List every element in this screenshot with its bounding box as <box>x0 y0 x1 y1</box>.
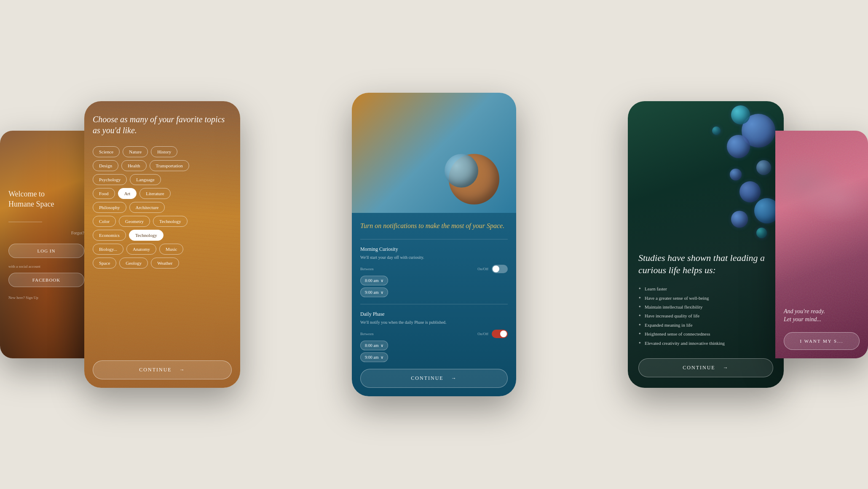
daily-toggle[interactable] <box>492 330 508 338</box>
login-button[interactable]: LOG IN <box>8 244 84 258</box>
topics-row-5: Philosophy Architecture <box>93 202 232 213</box>
benefit-4: Have increased quality of life <box>638 312 773 320</box>
benefit-6: Heightened sense of connectedness <box>638 330 773 339</box>
topic-economics[interactable]: Economics <box>93 230 126 241</box>
chevron-down-icon-2: ∨ <box>380 290 383 295</box>
topic-technology-1[interactable]: Technology <box>153 216 188 227</box>
notifications-continue-label: CONTINUE <box>411 375 443 382</box>
topics-title: Choose as many of your favorite topics a… <box>93 114 232 136</box>
chevron-down-icon-4: ∨ <box>380 355 383 360</box>
arrow-right-icon: → <box>179 367 185 373</box>
topic-science[interactable]: Science <box>93 146 120 157</box>
benefit-2: Have a greater sense of well-being <box>638 294 773 303</box>
topics-row-8: Biology... Anatomy Music <box>93 244 232 255</box>
benefit-7: Elevated creativity and innovative think… <box>638 339 773 348</box>
topics-row-7: Economics Technology <box>93 230 232 241</box>
phone-login: Welcome to Humane Space Forgot? LOG IN w… <box>0 131 93 358</box>
topic-literature[interactable]: Literature <box>139 188 170 199</box>
daily-label: Daily Phase <box>360 311 508 317</box>
benefits-list: Learn faster Have a greater sense of wel… <box>638 285 773 348</box>
morning-curiosity-section: Morning Curiosity We'll start your day o… <box>360 246 508 297</box>
daily-controls: Between On/Off <box>360 330 508 338</box>
topic-anatomy[interactable]: Anatomy <box>126 244 156 255</box>
daily-phase-section: Daily Phase We'll notify you when the da… <box>360 311 508 362</box>
topic-language[interactable]: Language <box>130 174 161 185</box>
arrow-right-icon-2: → <box>451 375 457 382</box>
studies-continue-button[interactable]: CONTINUE → <box>638 358 773 377</box>
morning-time1[interactable]: 8:00 am ∨ <box>360 276 388 285</box>
topic-weather[interactable]: Weather <box>151 258 179 269</box>
studies-title: Studies have shown that leading a curiou… <box>638 252 773 276</box>
topics-row-1: Science Nature History <box>93 146 232 157</box>
cloud-decoration-2 <box>801 173 868 223</box>
topics-row-4: Food Art Literature <box>93 188 232 199</box>
topics-grid: Science Nature History Design Health Tra… <box>93 146 232 352</box>
notif-divider-1 <box>360 239 508 239</box>
daily-desc: We'll notify you when the daily Phase is… <box>360 320 508 325</box>
topic-food[interactable]: Food <box>93 188 115 199</box>
daily-time2[interactable]: 9:00 am ∨ <box>360 352 388 362</box>
login-divider <box>8 222 42 222</box>
topics-row-6: Color Geometry Technology <box>93 216 232 227</box>
morning-onoff: On/Off <box>477 267 488 271</box>
topic-geology[interactable]: Geology <box>119 258 148 269</box>
morning-time2[interactable]: 9:00 am ∨ <box>360 287 388 297</box>
chevron-down-icon: ∨ <box>380 278 383 283</box>
morning-label: Morning Curiosity <box>360 246 508 253</box>
topic-technology-2[interactable]: Technology <box>129 230 163 241</box>
topic-health[interactable]: Health <box>121 160 146 171</box>
signup-text[interactable]: New here? Sign Up <box>8 296 84 300</box>
topic-philosophy[interactable]: Philosophy <box>93 202 126 213</box>
final-text: And you're ready. Let your mind... <box>784 307 860 324</box>
forgot-text[interactable]: Forgot? <box>8 231 84 235</box>
phone-studies: Studies have shown that leading a curiou… <box>628 101 784 388</box>
topics-continue-label: CONTINUE <box>139 367 171 373</box>
topic-music[interactable]: Music <box>159 244 184 255</box>
social-text: with a social account <box>8 264 84 269</box>
topics-row-2: Design Health Transportation <box>93 160 232 171</box>
morning-desc: We'll start your day off with curiosity. <box>360 255 508 261</box>
benefit-1: Learn faster <box>638 285 773 293</box>
notifications-headline: Turn on notifications to make the most o… <box>360 221 508 231</box>
notif-divider-2 <box>360 304 508 304</box>
phone-final: And you're ready. Let your mind... I WAN… <box>775 131 868 358</box>
topic-transportation[interactable]: Transportation <box>150 160 189 171</box>
benefit-5: Expanded meaning in life <box>638 321 773 330</box>
topic-nature[interactable]: Nature <box>123 146 148 157</box>
phones-container: Welcome to Humane Space Forgot? LOG IN w… <box>0 0 868 489</box>
facebook-button[interactable]: FACEBOOK <box>8 273 84 287</box>
topic-geometry[interactable]: Geometry <box>119 216 150 227</box>
topic-psychology[interactable]: Psychology <box>93 174 127 185</box>
morning-controls: Between On/Off <box>360 265 508 273</box>
login-title: Welcome to Humane Space <box>8 189 84 209</box>
morning-toggle[interactable] <box>492 265 508 273</box>
topic-design[interactable]: Design <box>93 160 118 171</box>
topic-color[interactable]: Color <box>93 216 116 227</box>
topics-row-3: Psychology Language <box>93 174 232 185</box>
morning-between: Between <box>360 267 374 271</box>
phone-notifications: Turn on notifications to make the most o… <box>352 93 516 396</box>
daily-time1[interactable]: 8:00 am ∨ <box>360 341 388 350</box>
chevron-down-icon-3: ∨ <box>380 343 383 348</box>
topic-art[interactable]: Art <box>118 188 137 199</box>
phone-3-image-top <box>352 93 516 213</box>
phone-topics: Choose as many of your favorite topics a… <box>84 101 240 388</box>
topic-architecture[interactable]: Architecture <box>129 202 165 213</box>
arrow-right-icon-3: → <box>723 365 729 371</box>
benefit-3: Maintain intellectual flexibility <box>638 303 773 312</box>
topic-biology[interactable]: Biology... <box>93 244 123 255</box>
daily-onoff: On/Off <box>477 332 488 336</box>
topic-history[interactable]: History <box>151 146 177 157</box>
studies-continue-label: CONTINUE <box>683 365 715 371</box>
final-button[interactable]: I WANT MY S... <box>784 332 860 350</box>
topics-row-9: Space Geology Weather <box>93 258 232 269</box>
topic-space[interactable]: Space <box>93 258 116 269</box>
notifications-continue-button[interactable]: CONTINUE → <box>360 369 508 388</box>
topics-continue-button[interactable]: CONTINUE → <box>93 360 232 379</box>
daily-between: Between <box>360 332 374 336</box>
